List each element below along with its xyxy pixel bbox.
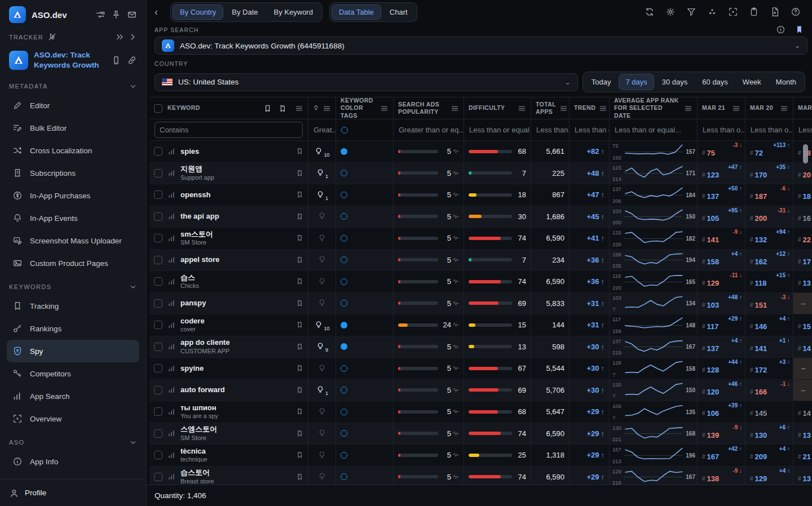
column-header[interactable]: TREND (570, 97, 610, 119)
row-checkbox[interactable] (154, 212, 162, 221)
popularity-trend-icon[interactable] (453, 409, 459, 415)
section-label-metadata[interactable]: METADATA (7, 74, 139, 94)
popularity-trend-icon[interactable] (453, 170, 459, 176)
row-checkbox[interactable] (154, 343, 162, 351)
bookmark-icon[interactable] (296, 386, 303, 394)
column-menu-icon[interactable] (684, 104, 692, 113)
popularity-trend-icon[interactable] (453, 474, 459, 480)
column-header[interactable]: KEYWORD (149, 97, 308, 119)
color-tag-circle[interactable] (341, 322, 347, 329)
filter-cell-popularity[interactable]: Greater than or eq... (394, 119, 464, 140)
gear-icon[interactable] (665, 7, 676, 17)
keyword-stats-icon[interactable] (167, 321, 175, 329)
back-chevron-icon[interactable]: ‹ (155, 6, 164, 18)
phone-icon[interactable] (111, 55, 121, 65)
color-tag-circle[interactable] (341, 256, 347, 263)
color-tag-circle[interactable] (341, 387, 347, 393)
period-month[interactable]: Month (769, 74, 803, 90)
column-header[interactable]: TOTAL APPS (531, 97, 570, 119)
keyword-stats-icon[interactable] (167, 473, 175, 481)
tab-by-country[interactable]: By Country (173, 5, 223, 20)
popularity-trend-icon[interactable] (453, 257, 459, 263)
keyword-stats-icon[interactable] (167, 256, 175, 264)
popularity-trend-icon[interactable] (453, 452, 459, 458)
sidebar-item-subscriptions[interactable]: Subscriptions (7, 162, 139, 184)
bookmark-icon[interactable] (263, 104, 272, 113)
column-header[interactable] (308, 97, 336, 119)
column-menu-icon[interactable] (518, 104, 526, 113)
bookmark-icon[interactable] (296, 190, 303, 199)
section-label-keywords[interactable]: KEYWORDS (7, 274, 139, 295)
keyword-text[interactable]: panspy (180, 299, 291, 308)
suggestion-bulb-icon[interactable] (317, 429, 326, 438)
keyword-stats-icon[interactable] (167, 212, 175, 220)
color-tag-circle[interactable] (341, 278, 347, 285)
double-chevron-right-icon[interactable] (116, 33, 124, 41)
filter-cell-mar21[interactable]: Less than o... (698, 119, 745, 140)
keyword-stats-icon[interactable] (167, 386, 175, 394)
filter-cell-total-apps[interactable]: Less than... (531, 119, 570, 140)
suggestion-bulb-icon[interactable] (317, 234, 326, 243)
bookmark-icon[interactable] (296, 256, 303, 264)
popularity-trend-icon[interactable] (453, 235, 459, 241)
app-search-select[interactable]: ASO.dev: Track Keywords Growth (64459116… (155, 37, 807, 55)
keyword-stats-icon[interactable] (167, 429, 175, 437)
suggestion-bulb-icon[interactable] (317, 299, 326, 308)
table-row[interactable]: spies 10 5 68 5,661 +82 ↑ 72 192 157 -3 … (149, 141, 812, 163)
help-icon[interactable] (791, 7, 801, 17)
filter-cell-mar19[interactable]: Less... (793, 119, 812, 140)
filter-cell-suggest[interactable]: Great... (308, 119, 336, 140)
column-menu-icon[interactable] (732, 104, 740, 113)
row-checkbox[interactable] (154, 407, 162, 416)
period-7-days[interactable]: 7 days (619, 74, 654, 90)
row-checkbox[interactable] (154, 190, 162, 199)
row-checkbox[interactable] (154, 169, 162, 177)
popularity-trend-icon[interactable] (453, 300, 459, 307)
tab-data-table[interactable]: Data Table (332, 5, 381, 20)
section-label-aso[interactable]: ASO (7, 430, 139, 450)
keyword-stats-icon[interactable] (167, 365, 175, 372)
sidebar-item-rankings[interactable]: Rankings (7, 317, 139, 340)
column-menu-icon[interactable] (451, 104, 459, 113)
column-menu-icon[interactable] (780, 104, 788, 113)
suggestion-bulb-icon[interactable] (317, 255, 326, 264)
suggestion-bulb-icon[interactable]: 1 (316, 190, 328, 199)
popularity-trend-icon[interactable] (453, 214, 459, 220)
sidebar-item-bulk-editor[interactable]: Bulk Editor (7, 117, 139, 139)
color-tag-filter-circle[interactable] (341, 127, 348, 134)
suggestion-bulb-icon[interactable] (317, 364, 326, 373)
bookmark-icon[interactable] (296, 321, 303, 329)
row-checkbox[interactable] (154, 386, 162, 394)
vertical-scrollbar-thumb[interactable] (803, 144, 808, 163)
dots-icon[interactable] (707, 7, 717, 17)
tracked-app-item[interactable]: ASO.dev: Track Keywords Growth (7, 46, 139, 74)
popularity-trend-icon[interactable] (453, 148, 459, 154)
column-menu-icon[interactable] (323, 104, 331, 113)
bookmark-icon[interactable] (296, 429, 303, 438)
keyword-text[interactable]: sm스토어 (180, 230, 291, 239)
column-header[interactable]: AVERAGE APP RANK FOR SELECTED DATE (610, 97, 698, 119)
keyword-text[interactable]: 습스 (180, 273, 291, 282)
suggestion-bulb-icon[interactable]: 9 (316, 342, 328, 351)
keyword-stats-icon[interactable] (167, 234, 175, 242)
table-row[interactable]: the api app 5 30 1,686 +45 ↑ 103 200 150… (149, 206, 812, 228)
row-checkbox[interactable] (154, 256, 162, 264)
period-today[interactable]: Today (585, 74, 618, 90)
mail-icon[interactable] (127, 10, 137, 20)
tab-chart[interactable]: Chart (382, 5, 415, 20)
keyword-text[interactable]: openssh (180, 190, 291, 199)
popularity-trend-icon[interactable] (453, 322, 459, 328)
tracker-section-header[interactable]: TRACKER (7, 28, 139, 46)
sidebar-item-overview[interactable]: Overview (7, 407, 139, 430)
filter-cell-rank[interactable]: Less than or equal... (610, 119, 698, 140)
column-header[interactable]: MAR 21 (698, 97, 745, 119)
bookmark-icon[interactable] (296, 473, 303, 481)
sidebar-item-cross-localization[interactable]: Cross Localization (7, 139, 139, 162)
table-row[interactable]: 스엠스토어 SM Store 5 74 6,590 +29 ↑ 130 221 … (149, 423, 812, 445)
table-row[interactable]: spyine 5 67 5,544 +30 ↑ 128 ? 158 +44 ↑#… (149, 358, 812, 380)
info-icon[interactable] (776, 25, 785, 34)
popularity-trend-icon[interactable] (453, 278, 459, 285)
bookmark-filled-icon[interactable] (795, 25, 804, 34)
select-all-checkbox[interactable] (154, 104, 162, 113)
refresh-icon[interactable] (645, 7, 655, 17)
